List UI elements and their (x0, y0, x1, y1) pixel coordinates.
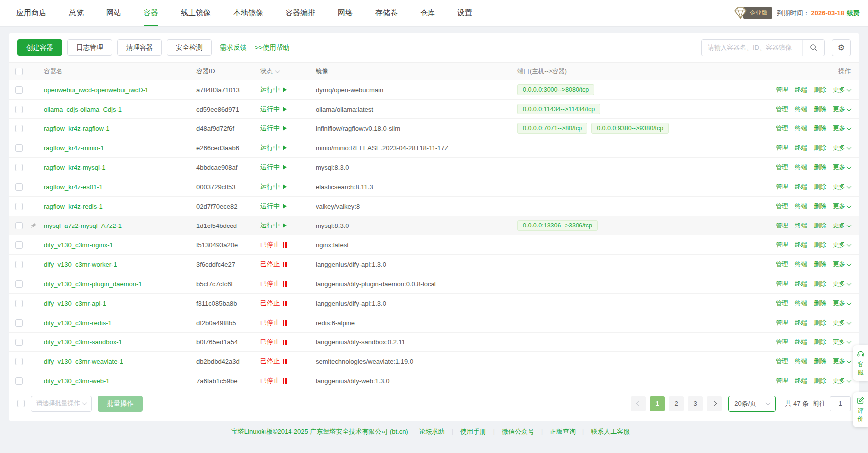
clean-containers-button[interactable]: 清理容器 (117, 39, 162, 56)
delete-action[interactable]: 删除 (814, 338, 826, 346)
delete-action[interactable]: 删除 (814, 377, 826, 385)
delete-action[interactable]: 删除 (814, 319, 826, 327)
more-action[interactable]: 更多 (833, 299, 851, 308)
container-name-link[interactable]: ragflow_kr4z-redis-1 (44, 203, 103, 210)
page-button-2[interactable]: 2 (669, 396, 684, 411)
row-checkbox[interactable] (15, 125, 23, 132)
row-checkbox[interactable] (15, 261, 23, 268)
row-checkbox[interactable] (15, 280, 23, 288)
delete-action[interactable]: 删除 (814, 299, 826, 308)
delete-action[interactable]: 删除 (814, 105, 826, 113)
goto-page-input[interactable] (830, 396, 851, 411)
delete-action[interactable]: 删除 (814, 260, 826, 269)
terminal-action[interactable]: 终端 (795, 357, 807, 366)
delete-action[interactable]: 删除 (814, 357, 826, 366)
footer-link-3[interactable]: 正版查询 (550, 427, 576, 436)
more-action[interactable]: 更多 (833, 202, 851, 211)
manage-action[interactable]: 管理 (776, 241, 788, 249)
nav-item-4[interactable]: 线上镜像 (181, 0, 211, 26)
footer-link-4[interactable]: 联系人工客服 (591, 427, 630, 436)
delete-action[interactable]: 删除 (814, 241, 826, 249)
manage-action[interactable]: 管理 (776, 338, 788, 346)
manage-action[interactable]: 管理 (776, 222, 788, 230)
container-name-link[interactable]: dify_v130_c3mr-nginx-1 (44, 241, 113, 249)
security-check-button[interactable]: 安全检测 (167, 39, 212, 56)
more-action[interactable]: 更多 (833, 319, 851, 327)
nav-item-1[interactable]: 总览 (69, 0, 84, 26)
create-container-button[interactable]: 创建容器 (17, 39, 62, 56)
settings-button[interactable]: ⚙ (832, 39, 851, 56)
more-action[interactable]: 更多 (833, 280, 851, 288)
manage-action[interactable]: 管理 (776, 124, 788, 133)
row-checkbox[interactable] (15, 183, 23, 191)
container-name-link[interactable]: dify_v130_c3mr-redis-1 (44, 319, 112, 327)
delete-action[interactable]: 删除 (814, 86, 826, 94)
delete-action[interactable]: 删除 (814, 124, 826, 133)
container-name-link[interactable]: dify_v130_c3mr-sandbox-1 (44, 339, 122, 346)
prev-page-button[interactable] (631, 396, 646, 411)
terminal-action[interactable]: 终端 (795, 280, 807, 288)
terminal-action[interactable]: 终端 (795, 124, 807, 133)
manage-action[interactable]: 管理 (776, 163, 788, 172)
page-button-1[interactable]: 1 (650, 396, 665, 411)
container-name-link[interactable]: ollama_cdjs-ollama_Cdjs-1 (44, 106, 122, 113)
container-name-link[interactable]: mysql_a7z2-mysql_A7z2-1 (44, 222, 122, 229)
batch-operation-button[interactable]: 批量操作 (98, 396, 143, 412)
manage-action[interactable]: 管理 (776, 377, 788, 385)
batch-operation-select[interactable]: 请选择批量操作 (31, 396, 92, 412)
row-checkbox[interactable] (15, 164, 23, 171)
select-all-checkbox[interactable] (15, 68, 23, 75)
manage-action[interactable]: 管理 (776, 299, 788, 308)
terminal-action[interactable]: 终端 (795, 86, 807, 94)
terminal-action[interactable]: 终端 (795, 202, 807, 211)
manage-action[interactable]: 管理 (776, 260, 788, 269)
container-name-link[interactable]: dify_v130_c3mr-web-1 (44, 377, 110, 385)
container-name-link[interactable]: dify_v130_c3mr-api-1 (44, 300, 106, 307)
row-checkbox[interactable] (15, 319, 23, 327)
terminal-action[interactable]: 终端 (795, 144, 807, 152)
terminal-action[interactable]: 终端 (795, 377, 807, 385)
row-checkbox[interactable] (15, 300, 23, 307)
next-page-button[interactable] (707, 396, 722, 411)
more-action[interactable]: 更多 (833, 377, 851, 385)
row-checkbox[interactable] (15, 106, 23, 113)
terminal-action[interactable]: 终端 (795, 163, 807, 172)
nav-item-3[interactable]: 容器 (144, 0, 158, 26)
delete-action[interactable]: 删除 (814, 202, 826, 211)
delete-action[interactable]: 删除 (814, 144, 826, 152)
row-checkbox[interactable] (15, 339, 23, 346)
nav-item-8[interactable]: 存储卷 (375, 0, 398, 26)
row-checkbox[interactable] (15, 377, 23, 385)
delete-action[interactable]: 删除 (814, 222, 826, 230)
more-action[interactable]: 更多 (833, 241, 851, 249)
select-all-bottom-checkbox[interactable] (17, 400, 25, 407)
delete-action[interactable]: 删除 (814, 163, 826, 172)
manage-action[interactable]: 管理 (776, 183, 788, 191)
nav-item-9[interactable]: 仓库 (420, 0, 435, 26)
container-name-link[interactable]: ragflow_kr4z-es01-1 (44, 183, 103, 191)
footer-link-2[interactable]: 微信公众号 (502, 427, 534, 436)
manage-action[interactable]: 管理 (776, 202, 788, 211)
row-checkbox[interactable] (15, 86, 23, 94)
row-checkbox[interactable] (15, 241, 23, 249)
page-button-3[interactable]: 3 (688, 396, 703, 411)
more-action[interactable]: 更多 (833, 144, 851, 152)
container-name-link[interactable]: dify_v130_c3mr-worker-1 (44, 261, 117, 268)
more-action[interactable]: 更多 (833, 105, 851, 113)
help-link[interactable]: >>使用帮助 (255, 43, 289, 52)
container-name-link[interactable]: ragflow_kr4z-mysql-1 (44, 164, 106, 171)
container-name-link[interactable]: ragflow_kr4z-minio-1 (44, 144, 104, 152)
more-action[interactable]: 更多 (833, 338, 851, 346)
nav-item-6[interactable]: 容器编排 (286, 0, 315, 26)
more-action[interactable]: 更多 (833, 222, 851, 230)
more-action[interactable]: 更多 (833, 163, 851, 172)
footer-link-0[interactable]: 论坛求助 (419, 427, 445, 436)
feedback-link[interactable]: 需求反馈 (220, 43, 247, 52)
container-name-link[interactable]: openwebui_iwcd-openwebui_iwcD-1 (44, 86, 148, 94)
log-management-button[interactable]: 日志管理 (67, 39, 112, 56)
delete-action[interactable]: 删除 (814, 183, 826, 191)
review-float[interactable]: 评价 (853, 392, 868, 427)
footer-link-1[interactable]: 使用手册 (460, 427, 486, 436)
search-input[interactable] (702, 44, 802, 51)
nav-item-7[interactable]: 网络 (338, 0, 353, 26)
